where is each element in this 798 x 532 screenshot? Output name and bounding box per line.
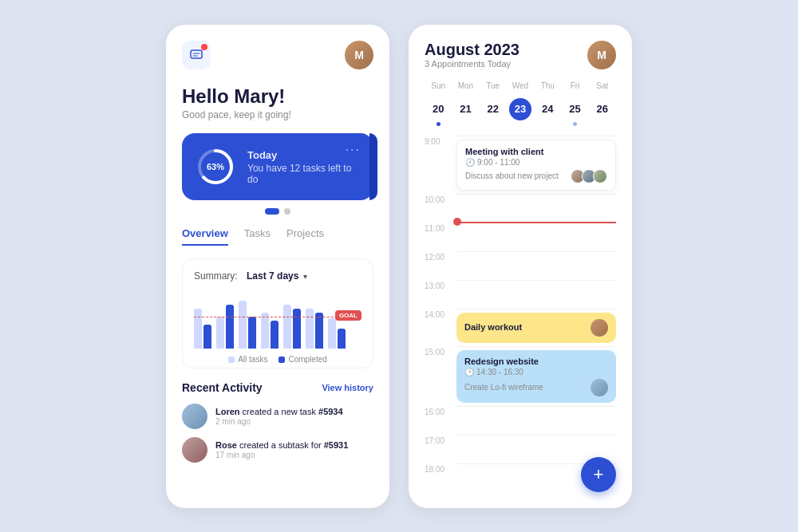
tab-projects[interactable]: Projects: [286, 227, 324, 246]
time-content-12: [456, 251, 616, 277]
bar-group-7: [328, 318, 346, 349]
time-label-18: 18:00: [425, 463, 450, 474]
right-panel: August 2023 3 Appointments Today M Sun M…: [409, 25, 632, 508]
task-card-text: Today You have 12 tasks left to do: [247, 149, 361, 185]
time-slot-13: 13:00: [425, 280, 616, 309]
right-avatar[interactable]: M: [587, 41, 616, 69]
summary-period: Last 7 days: [247, 270, 298, 282]
day-sat: Sat: [589, 81, 616, 90]
time-slot-10: 10:00: [425, 194, 616, 223]
left-panel: M Hello Mary! Good pace, keep it going! …: [166, 25, 389, 508]
event-title-workout: Daily workout: [464, 322, 522, 332]
bar-group-2: [216, 305, 234, 349]
bar-group-5: [283, 305, 301, 349]
timeline: 9:00 Meeting with client 🕘 9:00 - 11:00 …: [425, 136, 616, 492]
calendar-dates: 20 21 22 23 24 25 26: [425, 95, 616, 129]
event-redesign-website[interactable]: Redesign website 🕑 14:30 - 16:30 Create …: [456, 350, 616, 403]
event-description-text: Discuss about new project: [465, 171, 559, 180]
greeting-name: Hello Mary!: [182, 85, 373, 108]
day-fri: Fri: [561, 81, 588, 90]
time-label-12: 12:00: [425, 251, 450, 262]
event-time-redesign: 🕑 14:30 - 16:30: [464, 368, 608, 376]
event-desc-text-redesign: Create Lo-fi wireframe: [464, 383, 543, 392]
clock-icon: 🕘: [465, 158, 475, 167]
time-content-10: [456, 194, 616, 219]
goal-badge: GOAL: [335, 310, 361, 321]
summary-label: Summary:: [194, 270, 238, 282]
progress-circle: 63%: [195, 146, 236, 187]
time-label-14: 14:00: [425, 309, 450, 319]
bar-all: [261, 313, 269, 349]
activity-item-2: Rose created a subtask for #5931 17 min …: [182, 437, 373, 463]
event-title-redesign: Redesign website: [464, 357, 608, 366]
legend-dot-all: [228, 357, 235, 363]
activity-item-1: Loren created a new task #5934 2 min ago: [182, 404, 373, 429]
event-desc-meeting: Discuss about new project: [465, 169, 607, 183]
notification-icon[interactable]: [182, 41, 211, 69]
cal-date-23-today[interactable]: 23: [507, 95, 534, 129]
time-content-11: [456, 223, 616, 248]
event-daily-workout[interactable]: Daily workout: [456, 313, 616, 343]
event-desc-redesign: Create Lo-fi wireframe: [464, 379, 608, 396]
tab-overview[interactable]: Overview: [182, 227, 228, 246]
time-content-14: Daily workout: [456, 309, 616, 346]
time-slot-15: 15:00 Redesign website 🕑 14:30 - 16:30 C…: [425, 346, 616, 406]
event-avatar-3: [593, 169, 607, 183]
bar-group-6: [306, 309, 323, 349]
svg-rect-0: [191, 50, 202, 58]
time-slot-12: 12:00: [425, 251, 616, 280]
cal-date-20[interactable]: 20: [425, 95, 452, 129]
day-mon: Mon: [452, 81, 479, 90]
panel-header: M: [182, 41, 373, 69]
time-content-13: [456, 280, 616, 305]
day-sun: Sun: [425, 81, 452, 90]
bar-completed: [338, 329, 346, 349]
cal-date-24[interactable]: 24: [534, 95, 561, 129]
event-title-meeting: Meeting with client: [465, 147, 607, 156]
time-label-16: 16:00: [425, 406, 450, 416]
bar-completed: [271, 321, 279, 349]
dot-1[interactable]: [265, 208, 279, 215]
task-card: ··· 63% Today You have 12 tasks left to …: [182, 133, 373, 200]
time-label-10: 10:00: [425, 194, 450, 204]
chevron-down-icon[interactable]: ▾: [303, 272, 307, 281]
activity-avatar-2: [182, 437, 207, 463]
bar-all: [194, 309, 202, 349]
bar-completed: [315, 313, 323, 349]
cal-date-21[interactable]: 21: [452, 95, 479, 129]
greeting-subtitle: Good pace, keep it going!: [182, 109, 373, 120]
event-time-meeting: 🕘 9:00 - 11:00: [465, 158, 607, 167]
view-history-link[interactable]: View history: [322, 383, 373, 392]
date-dot: [437, 122, 440, 126]
tab-tasks[interactable]: Tasks: [244, 227, 271, 246]
calendar-month: August 2023: [425, 41, 519, 59]
legend-completed: Completed: [279, 355, 326, 364]
event-avatar-workout: [591, 319, 608, 337]
tabs: Overview Tasks Projects: [182, 227, 373, 246]
bar-group-4: [261, 313, 279, 349]
bar-all: [216, 317, 224, 349]
avatar[interactable]: M: [345, 41, 373, 69]
event-meeting-client[interactable]: Meeting with client 🕘 9:00 - 11:00 Discu…: [456, 140, 616, 191]
legend-all-label: All tasks: [238, 355, 267, 364]
cal-date-25[interactable]: 25: [561, 95, 588, 129]
chart-legend: All tasks Completed: [194, 355, 361, 364]
event-avatars: [571, 169, 607, 183]
bar-all: [239, 301, 247, 349]
calendar-appointments: 3 Appointments Today: [425, 59, 519, 69]
cal-date-22[interactable]: 22: [480, 95, 507, 129]
dot-2[interactable]: [284, 208, 290, 215]
time-slot-16: 16:00: [425, 406, 616, 435]
bar-completed: [293, 309, 301, 349]
cal-date-26[interactable]: 26: [589, 95, 616, 129]
legend-all: All tasks: [228, 355, 267, 364]
task-description: You have 12 tasks left to do: [247, 163, 361, 185]
time-label-11: 11:00: [425, 223, 450, 233]
fab-add-button[interactable]: +: [581, 457, 616, 492]
activity-time-1: 2 min ago: [215, 417, 343, 426]
time-content-15: Redesign website 🕑 14:30 - 16:30 Create …: [456, 346, 616, 406]
time-label-17: 17:00: [425, 435, 450, 445]
activity-description-2: Rose created a subtask for #5931: [215, 440, 348, 450]
time-label-9: 9:00: [425, 136, 450, 146]
recent-activity-header: Recent Activity View history: [182, 381, 373, 394]
